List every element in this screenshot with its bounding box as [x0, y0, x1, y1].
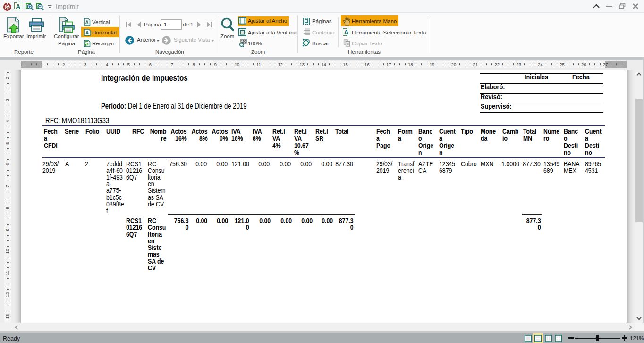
svg-text:G: G [5, 4, 9, 10]
svg-text:A: A [85, 19, 89, 25]
svg-text:A: A [85, 30, 89, 35]
svg-text:100: 100 [241, 40, 246, 43]
